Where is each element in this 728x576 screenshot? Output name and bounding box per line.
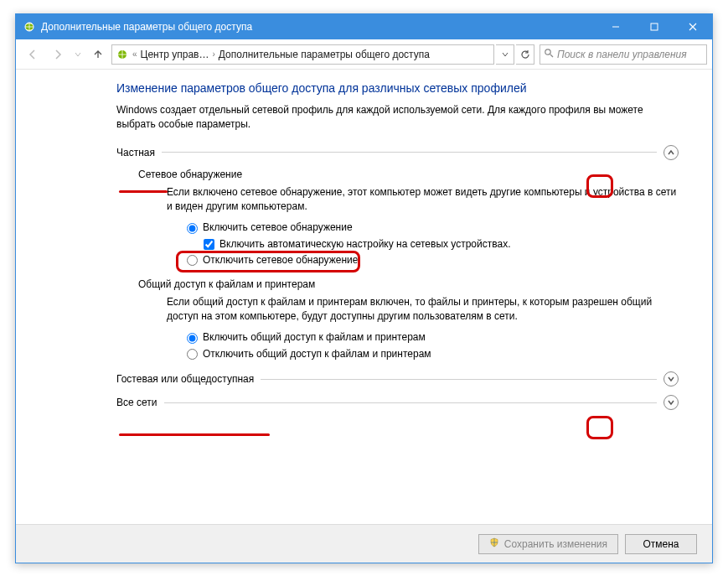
forward-button[interactable] xyxy=(46,43,70,66)
search-icon xyxy=(544,48,554,60)
profile-header-guest[interactable]: Гостевая или общедоступная xyxy=(116,371,679,387)
shield-icon xyxy=(489,537,499,550)
window-title: Дополнительные параметры общего доступа xyxy=(41,21,252,33)
chevron-down-icon[interactable] xyxy=(663,395,679,410)
divider xyxy=(164,402,658,403)
radio-discovery-on[interactable] xyxy=(187,223,198,234)
cancel-button-label: Отмена xyxy=(643,538,679,550)
close-button[interactable] xyxy=(674,14,712,39)
profile-header-private[interactable]: Частная xyxy=(116,145,679,160)
section-heading-discovery: Сетевое обнаружение xyxy=(138,169,242,180)
page-description: Windows создает отдельный сетевой профил… xyxy=(116,103,679,132)
profile-label-all: Все сети xyxy=(116,397,157,408)
maximize-button[interactable] xyxy=(635,14,674,39)
label-discovery-auto: Включить автоматическую настройку на сет… xyxy=(219,237,511,252)
breadcrumb[interactable]: « Центр управ… › Дополнительные параметр… xyxy=(111,44,494,65)
radio-discovery-off[interactable] xyxy=(187,255,198,266)
address-bar: « Центр управ… › Дополнительные параметр… xyxy=(16,39,712,70)
label-fileshare-off: Отключить общий доступ к файлам и принте… xyxy=(203,347,431,361)
svg-point-3 xyxy=(545,49,550,54)
breadcrumb-level2[interactable]: Дополнительные параметры общего доступа xyxy=(219,49,430,60)
address-dropdown-button[interactable] xyxy=(496,44,514,65)
label-discovery-on: Включить сетевое обнаружение xyxy=(203,221,353,235)
back-button[interactable] xyxy=(21,43,44,66)
button-bar: Сохранить изменения Отмена xyxy=(16,524,712,563)
save-button[interactable]: Сохранить изменения xyxy=(478,534,618,554)
recent-dropdown-button[interactable] xyxy=(71,43,85,66)
section-heading-fileshare: Общий доступ к файлам и принтерам xyxy=(138,278,315,290)
network-center-icon xyxy=(23,20,36,34)
search-placeholder: Поиск в панели управления xyxy=(557,49,687,60)
breadcrumb-sep-icon: « xyxy=(132,49,137,59)
network-center-icon xyxy=(116,48,129,61)
divider xyxy=(261,379,657,380)
chevron-down-icon[interactable] xyxy=(663,371,679,387)
chevron-right-icon: › xyxy=(212,49,214,59)
refresh-button[interactable] xyxy=(516,44,534,65)
section-desc-discovery: Если включено сетевое обнаружение, этот … xyxy=(167,185,679,215)
label-fileshare-on: Включить общий доступ к файлам и принтер… xyxy=(203,330,426,345)
content-area: Изменение параметров общего доступа для … xyxy=(16,70,712,524)
radio-fileshare-off[interactable] xyxy=(187,349,198,360)
search-input[interactable]: Поиск в панели управления xyxy=(540,44,707,65)
label-discovery-off: Отключить сетевое обнаружение xyxy=(203,253,358,267)
chevron-up-icon[interactable] xyxy=(663,145,679,160)
section-desc-fileshare: Если общий доступ к файлам и принтерам в… xyxy=(167,295,679,324)
breadcrumb-level1[interactable]: Центр управ… xyxy=(141,49,209,60)
minimize-button[interactable] xyxy=(596,14,635,39)
radio-fileshare-on[interactable] xyxy=(187,333,198,344)
up-button[interactable] xyxy=(86,43,110,66)
svg-rect-1 xyxy=(651,23,658,30)
check-discovery-auto[interactable] xyxy=(204,239,214,250)
profile-label-private: Частная xyxy=(116,147,155,158)
cancel-button[interactable]: Отмена xyxy=(625,534,697,554)
profile-header-all[interactable]: Все сети xyxy=(116,395,679,410)
page-title: Изменение параметров общего доступа для … xyxy=(116,81,679,95)
profile-label-guest: Гостевая или общедоступная xyxy=(116,373,254,385)
save-button-label: Сохранить изменения xyxy=(504,538,607,550)
divider xyxy=(162,152,657,153)
titlebar[interactable]: Дополнительные параметры общего доступа xyxy=(16,14,712,39)
window-frame: Дополнительные параметры общего доступа xyxy=(15,13,713,563)
